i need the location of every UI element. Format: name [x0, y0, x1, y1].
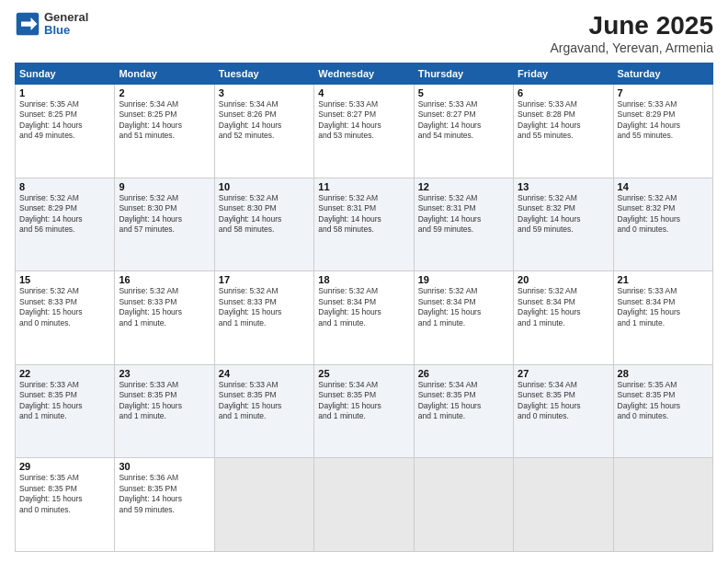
- table-cell: 25Sunrise: 5:34 AM Sunset: 8:35 PM Dayli…: [314, 364, 414, 458]
- day-info: Sunrise: 5:35 AM Sunset: 8:35 PM Dayligh…: [618, 380, 709, 422]
- col-sunday: Sunday: [16, 63, 115, 85]
- table-cell: 10Sunrise: 5:32 AM Sunset: 8:30 PM Dayli…: [214, 178, 313, 271]
- table-cell: [414, 458, 513, 552]
- day-number: 21: [618, 274, 709, 285]
- day-number: 3: [219, 87, 310, 98]
- day-number: 1: [19, 87, 110, 98]
- day-number: 4: [318, 87, 409, 98]
- logo-text: General Blue: [44, 11, 88, 38]
- calendar-row-2: 8Sunrise: 5:32 AM Sunset: 8:29 PM Daylig…: [16, 178, 713, 271]
- table-cell: 11Sunrise: 5:32 AM Sunset: 8:31 PM Dayli…: [314, 178, 414, 271]
- logo: General Blue: [15, 11, 88, 38]
- col-saturday: Saturday: [613, 63, 712, 85]
- day-info: Sunrise: 5:32 AM Sunset: 8:32 PM Dayligh…: [618, 193, 709, 236]
- table-cell: [214, 458, 313, 552]
- day-info: Sunrise: 5:34 AM Sunset: 8:35 PM Dayligh…: [318, 380, 409, 422]
- table-cell: 17Sunrise: 5:32 AM Sunset: 8:33 PM Dayli…: [214, 271, 313, 365]
- col-tuesday: Tuesday: [214, 63, 313, 85]
- day-number: 30: [119, 461, 210, 472]
- logo-general: General: [44, 11, 88, 24]
- table-cell: 8Sunrise: 5:32 AM Sunset: 8:29 PM Daylig…: [16, 178, 115, 271]
- day-number: 24: [219, 368, 310, 379]
- calendar-table: Sunday Monday Tuesday Wednesday Thursday…: [15, 63, 713, 552]
- table-cell: 21Sunrise: 5:33 AM Sunset: 8:34 PM Dayli…: [613, 271, 712, 365]
- calendar-row-4: 22Sunrise: 5:33 AM Sunset: 8:35 PM Dayli…: [16, 364, 713, 458]
- day-number: 17: [219, 274, 310, 285]
- table-cell: 27Sunrise: 5:34 AM Sunset: 8:35 PM Dayli…: [514, 364, 613, 458]
- table-cell: 5Sunrise: 5:33 AM Sunset: 8:27 PM Daylig…: [414, 85, 513, 178]
- day-number: 13: [518, 181, 609, 192]
- col-friday: Friday: [514, 63, 613, 85]
- table-cell: 30Sunrise: 5:36 AM Sunset: 8:35 PM Dayli…: [115, 458, 214, 552]
- calendar-page: General Blue June 2025 Argavand, Yerevan…: [0, 0, 728, 563]
- day-number: 22: [19, 368, 110, 379]
- col-wednesday: Wednesday: [314, 63, 414, 85]
- day-info: Sunrise: 5:35 AM Sunset: 8:25 PM Dayligh…: [19, 99, 110, 142]
- table-cell: 13Sunrise: 5:32 AM Sunset: 8:32 PM Dayli…: [514, 178, 613, 271]
- day-number: 23: [119, 368, 210, 379]
- day-number: 6: [518, 87, 609, 98]
- day-info: Sunrise: 5:34 AM Sunset: 8:35 PM Dayligh…: [518, 380, 609, 422]
- table-cell: 24Sunrise: 5:33 AM Sunset: 8:35 PM Dayli…: [214, 364, 313, 458]
- table-cell: 20Sunrise: 5:32 AM Sunset: 8:34 PM Dayli…: [514, 271, 613, 365]
- day-number: 2: [119, 87, 210, 98]
- day-info: Sunrise: 5:35 AM Sunset: 8:35 PM Dayligh…: [19, 473, 110, 515]
- day-info: Sunrise: 5:33 AM Sunset: 8:28 PM Dayligh…: [518, 99, 609, 142]
- table-cell: 15Sunrise: 5:32 AM Sunset: 8:33 PM Dayli…: [16, 271, 115, 365]
- day-info: Sunrise: 5:33 AM Sunset: 8:27 PM Dayligh…: [318, 99, 409, 142]
- table-cell: 4Sunrise: 5:33 AM Sunset: 8:27 PM Daylig…: [314, 85, 414, 178]
- day-info: Sunrise: 5:32 AM Sunset: 8:34 PM Dayligh…: [418, 286, 509, 328]
- day-info: Sunrise: 5:33 AM Sunset: 8:34 PM Dayligh…: [618, 286, 709, 328]
- table-cell: 14Sunrise: 5:32 AM Sunset: 8:32 PM Dayli…: [613, 178, 712, 271]
- table-cell: 22Sunrise: 5:33 AM Sunset: 8:35 PM Dayli…: [16, 364, 115, 458]
- day-info: Sunrise: 5:33 AM Sunset: 8:27 PM Dayligh…: [418, 99, 509, 142]
- day-info: Sunrise: 5:32 AM Sunset: 8:33 PM Dayligh…: [19, 286, 110, 328]
- table-cell: 9Sunrise: 5:32 AM Sunset: 8:30 PM Daylig…: [115, 178, 214, 271]
- day-info: Sunrise: 5:32 AM Sunset: 8:34 PM Dayligh…: [318, 286, 409, 328]
- calendar-row-5: 29Sunrise: 5:35 AM Sunset: 8:35 PM Dayli…: [16, 458, 713, 552]
- title-area: June 2025 Argavand, Yerevan, Armenia: [551, 11, 713, 55]
- col-monday: Monday: [115, 63, 214, 85]
- day-number: 25: [318, 368, 409, 379]
- calendar-row-3: 15Sunrise: 5:32 AM Sunset: 8:33 PM Dayli…: [16, 271, 713, 365]
- header: General Blue June 2025 Argavand, Yerevan…: [15, 11, 713, 55]
- table-cell: 23Sunrise: 5:33 AM Sunset: 8:35 PM Dayli…: [115, 364, 214, 458]
- day-number: 9: [119, 181, 210, 192]
- page-subtitle: Argavand, Yerevan, Armenia: [551, 40, 713, 55]
- table-cell: 19Sunrise: 5:32 AM Sunset: 8:34 PM Dayli…: [414, 271, 513, 365]
- day-info: Sunrise: 5:32 AM Sunset: 8:33 PM Dayligh…: [119, 286, 210, 328]
- day-number: 15: [19, 274, 110, 285]
- calendar-header-row: Sunday Monday Tuesday Wednesday Thursday…: [16, 63, 713, 85]
- day-info: Sunrise: 5:32 AM Sunset: 8:34 PM Dayligh…: [518, 286, 609, 328]
- table-cell: 7Sunrise: 5:33 AM Sunset: 8:29 PM Daylig…: [613, 85, 712, 178]
- table-cell: 26Sunrise: 5:34 AM Sunset: 8:35 PM Dayli…: [414, 364, 513, 458]
- table-cell: [514, 458, 613, 552]
- table-cell: 3Sunrise: 5:34 AM Sunset: 8:26 PM Daylig…: [214, 85, 313, 178]
- day-info: Sunrise: 5:33 AM Sunset: 8:35 PM Dayligh…: [219, 380, 310, 422]
- table-cell: 29Sunrise: 5:35 AM Sunset: 8:35 PM Dayli…: [16, 458, 115, 552]
- day-info: Sunrise: 5:32 AM Sunset: 8:29 PM Dayligh…: [19, 193, 110, 236]
- calendar-row-1: 1Sunrise: 5:35 AM Sunset: 8:25 PM Daylig…: [16, 85, 713, 178]
- table-cell: 6Sunrise: 5:33 AM Sunset: 8:28 PM Daylig…: [514, 85, 613, 178]
- day-number: 28: [618, 368, 709, 379]
- table-cell: [613, 458, 712, 552]
- day-number: 12: [418, 181, 509, 192]
- day-info: Sunrise: 5:33 AM Sunset: 8:35 PM Dayligh…: [19, 380, 110, 422]
- logo-icon: [15, 11, 40, 37]
- day-number: 19: [418, 274, 509, 285]
- table-cell: [314, 458, 414, 552]
- day-info: Sunrise: 5:34 AM Sunset: 8:35 PM Dayligh…: [418, 380, 509, 422]
- day-info: Sunrise: 5:32 AM Sunset: 8:30 PM Dayligh…: [219, 193, 310, 236]
- day-number: 16: [119, 274, 210, 285]
- day-info: Sunrise: 5:32 AM Sunset: 8:31 PM Dayligh…: [418, 193, 509, 236]
- day-number: 20: [518, 274, 609, 285]
- day-number: 14: [618, 181, 709, 192]
- day-info: Sunrise: 5:32 AM Sunset: 8:32 PM Dayligh…: [518, 193, 609, 236]
- day-info: Sunrise: 5:33 AM Sunset: 8:35 PM Dayligh…: [119, 380, 210, 422]
- table-cell: 28Sunrise: 5:35 AM Sunset: 8:35 PM Dayli…: [613, 364, 712, 458]
- day-info: Sunrise: 5:32 AM Sunset: 8:30 PM Dayligh…: [119, 193, 210, 236]
- day-info: Sunrise: 5:32 AM Sunset: 8:31 PM Dayligh…: [318, 193, 409, 236]
- day-info: Sunrise: 5:34 AM Sunset: 8:26 PM Dayligh…: [219, 99, 310, 142]
- day-info: Sunrise: 5:32 AM Sunset: 8:33 PM Dayligh…: [219, 286, 310, 328]
- page-title: June 2025: [551, 11, 713, 40]
